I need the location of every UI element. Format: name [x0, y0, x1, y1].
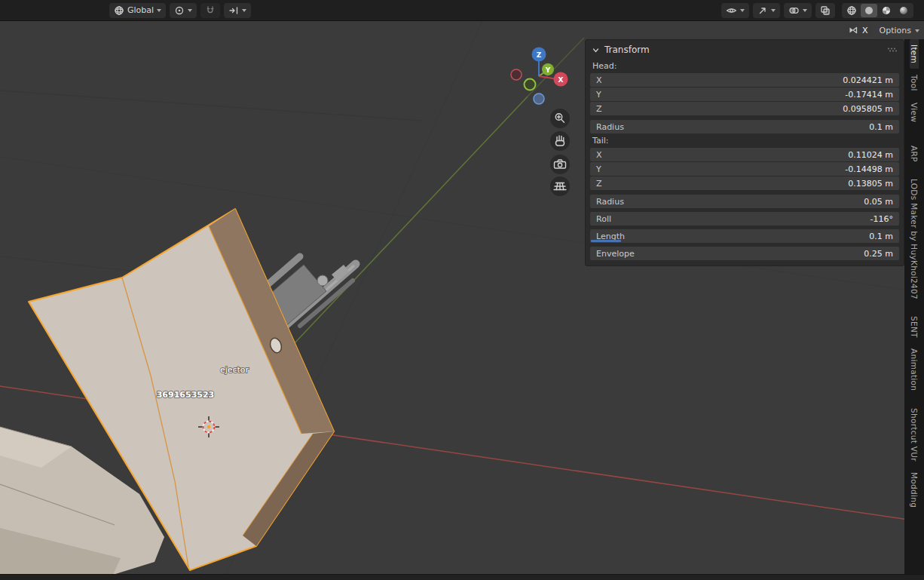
shading-rendered-button[interactable] [895, 4, 912, 17]
options-label: Options [880, 26, 911, 35]
field-label: Radius [596, 197, 624, 207]
field-value: -0.14498 m [845, 164, 893, 174]
pivot-point-icon [174, 5, 185, 16]
mirror-icon [848, 25, 858, 35]
shading-mode-group [842, 3, 913, 18]
field-roll[interactable]: Roll -116° [590, 212, 899, 226]
object-visibility-dropdown[interactable] [721, 3, 749, 18]
field-tail-z[interactable]: Z 0.13805 m [590, 176, 899, 190]
panel-title: Transform [604, 44, 650, 55]
shading-material-button[interactable] [878, 4, 895, 17]
overlays-icon [788, 5, 800, 16]
field-head-y[interactable]: Y -0.17414 m [590, 87, 899, 101]
viewport-nav-buttons [550, 109, 570, 196]
field-length[interactable]: Length 0.1 m [590, 229, 899, 243]
wireframe-sphere-icon [846, 5, 857, 16]
chevron-down-icon [157, 9, 161, 12]
eye-icon [726, 5, 737, 16]
gizmo-neg-y-ball[interactable] [525, 79, 536, 91]
transform-orientation-dropdown[interactable]: Global [109, 3, 166, 18]
bone-id-label: 3691653523 [157, 390, 215, 400]
field-tail-x[interactable]: X 0.11024 m [590, 148, 899, 161]
pivot-point-dropdown[interactable] [170, 3, 197, 18]
tab-item[interactable]: Item [910, 39, 919, 69]
svg-text:Y: Y [545, 66, 551, 74]
length-slider-fill [591, 240, 621, 242]
gizmo-neg-z-ball[interactable] [534, 94, 544, 104]
mirror-x-toggle[interactable]: X [843, 23, 873, 37]
field-value: 0.024421 m [843, 75, 893, 85]
options-dropdown[interactable]: Options [880, 26, 919, 35]
blender-window: Global [0, 0, 924, 580]
rendered-sphere-icon [898, 5, 909, 16]
field-head-z[interactable]: Z 0.095805 m [590, 102, 899, 115]
field-value: 0.1 m [869, 232, 893, 241]
gizmos-dropdown[interactable] [753, 3, 780, 18]
panel-grip-icon[interactable] [887, 47, 898, 53]
tab-sent[interactable]: SENT [910, 311, 919, 343]
object-origin-dot [207, 425, 210, 428]
object-name-label: ejector [220, 365, 249, 375]
field-label: Envelope [596, 249, 635, 259]
tab-view[interactable]: View [910, 97, 919, 127]
field-label: X [596, 150, 602, 160]
tab-lods-maker[interactable]: LODs Maker by HuyKhoi2407 [910, 173, 919, 305]
axis-y-line [292, 38, 584, 345]
panel-header[interactable]: Transform [586, 40, 904, 59]
shading-wireframe-button[interactable] [843, 4, 860, 17]
field-value: -116° [870, 214, 893, 224]
tail-section-label: Tail: [592, 136, 897, 146]
tab-tool[interactable]: Tool [910, 69, 919, 97]
perspective-grid-button[interactable] [550, 176, 570, 196]
gizmo-pos-z-ball[interactable]: Z [532, 48, 546, 62]
tab-modding[interactable]: Modding [910, 467, 919, 513]
snap-toggle-button[interactable] [200, 3, 220, 18]
shading-solid-button[interactable] [861, 4, 877, 17]
field-value: 0.25 m [864, 249, 893, 259]
svg-text:X: X [558, 76, 564, 84]
field-label: Z [596, 104, 602, 114]
mirror-axis-label: X [862, 26, 868, 35]
chevron-down-icon [915, 29, 919, 32]
solid-sphere-icon [864, 5, 874, 16]
chevron-down-icon [803, 9, 807, 12]
chevron-down-icon [242, 9, 246, 12]
pan-hand-button[interactable] [550, 131, 570, 151]
field-label: Roll [596, 214, 611, 224]
sidebar-tab-strip: Item Tool View ARP LODs Maker by HuyKhoi… [904, 39, 924, 575]
head-section-label: Head: [592, 61, 897, 71]
field-head-radius[interactable]: Radius 0.1 m [590, 120, 899, 133]
tool-settings-row: X Options [843, 23, 919, 37]
chevron-down-icon [188, 9, 192, 12]
field-label: Y [596, 164, 601, 174]
overlays-dropdown[interactable] [784, 3, 812, 18]
tab-animation[interactable]: Animation [910, 343, 919, 396]
field-value: -0.17414 m [845, 90, 893, 100]
field-head-x[interactable]: X 0.024421 m [590, 73, 899, 87]
sidebar-transform-panel: Transform Head: X 0.024421 m Y -0.17414 … [585, 39, 904, 266]
field-tail-y[interactable]: Y -0.14498 m [590, 162, 899, 176]
xray-toggle-button[interactable] [815, 3, 835, 18]
gizmo-neg-x-ball[interactable] [511, 69, 522, 80]
field-label: X [596, 75, 602, 85]
snap-target-icon [228, 5, 239, 16]
tab-arp[interactable]: ARP [910, 140, 919, 167]
field-tail-radius[interactable]: Radius 0.05 m [590, 195, 899, 208]
field-value: 0.11024 m [848, 150, 893, 160]
gizmo-pos-x-ball[interactable]: X [554, 72, 568, 87]
navigation-gizmo[interactable]: Z Y X [511, 48, 568, 105]
magnet-icon [205, 5, 216, 16]
tab-shortcut-vur[interactable]: Shortcut VUr [910, 403, 919, 467]
field-value: 0.05 m [864, 197, 893, 207]
orientation-label: Global [127, 5, 154, 15]
zoom-button[interactable] [550, 109, 570, 128]
gizmo-pos-y-ball[interactable]: Y [542, 63, 554, 75]
camera-view-button[interactable] [550, 155, 570, 174]
viewport-3d[interactable]: ejector 3691653523 Z Y [0, 21, 924, 575]
snap-settings-dropdown[interactable] [224, 3, 251, 18]
field-envelope[interactable]: Envelope 0.25 m [590, 247, 899, 260]
field-label: Y [596, 90, 601, 100]
field-value: 0.1 m [869, 122, 893, 132]
gizmo-arrow-icon [757, 5, 768, 16]
chevron-down-icon [592, 46, 600, 54]
